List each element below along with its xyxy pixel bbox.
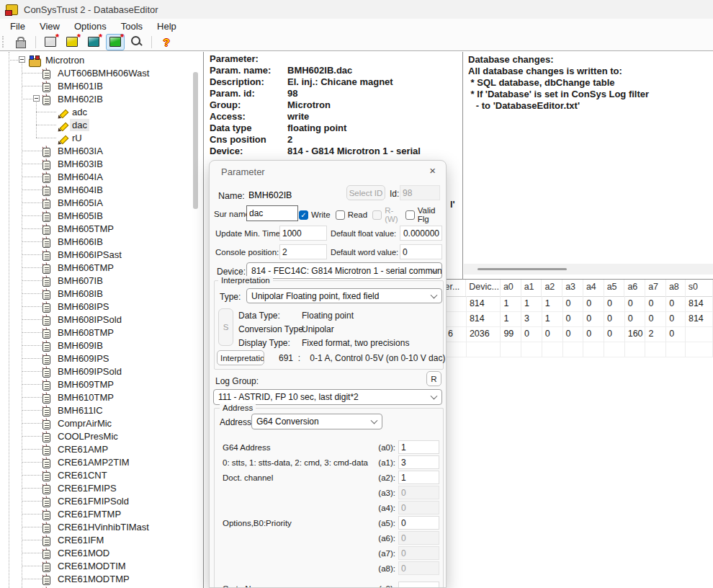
tree-item[interactable]: CRE61CNT	[0, 468, 203, 481]
table-header-cell[interactable]: a5	[604, 280, 625, 296]
address-input-a7[interactable]	[398, 546, 439, 560]
table-row[interactable]	[438, 342, 713, 357]
table-header-cell[interactable]: a6	[624, 280, 645, 296]
menu-help[interactable]: Help	[150, 20, 184, 32]
tree-item[interactable]: BMH611IC	[0, 404, 203, 416]
address-input-a2[interactable]	[398, 471, 439, 484]
tree-item[interactable]: CRE61AMP	[0, 442, 203, 455]
tree-item[interactable]: BMH602IB	[0, 92, 203, 105]
table-row[interactable]: 62036990000016020	[438, 326, 713, 342]
table-cell[interactable]: 0	[542, 326, 563, 342]
interpretation-button[interactable]: Interpretation	[217, 350, 264, 365]
table-cell[interactable]: 814	[686, 311, 713, 326]
tree-item[interactable]: BMH601IB	[0, 79, 203, 92]
close-icon[interactable]: ×	[429, 164, 436, 177]
db-yellow-button[interactable]: *	[63, 34, 81, 50]
select-id-button[interactable]: Select ID	[346, 185, 385, 200]
table-cell[interactable]: 1	[542, 311, 563, 326]
address-input-s0[interactable]	[398, 582, 439, 588]
tree-item[interactable]: BMH610TMP	[0, 391, 203, 404]
default-float-input[interactable]	[400, 226, 442, 241]
surname-input[interactable]	[246, 205, 298, 221]
address-input-a4[interactable]	[398, 501, 439, 514]
console-position-input[interactable]	[279, 244, 327, 259]
db-grey-button[interactable]: *	[41, 34, 60, 50]
table-cell[interactable]: 1	[521, 296, 542, 311]
lock-icon[interactable]	[12, 34, 30, 50]
search-button[interactable]	[127, 34, 146, 50]
table-cell[interactable]: 0	[604, 296, 625, 311]
table-header-cell[interactable]: a2	[542, 280, 562, 296]
checkbox-r-w-[interactable]	[372, 210, 382, 220]
id-field[interactable]	[400, 185, 440, 200]
table-header-cell[interactable]: a7	[645, 280, 666, 296]
tree-expander-minus[interactable]	[19, 56, 25, 63]
table-cell[interactable]: 0	[583, 326, 604, 342]
table-cell[interactable]: 0	[666, 296, 686, 311]
table-header-cell[interactable]: Devic...	[466, 280, 501, 296]
table-cell[interactable]: 0	[563, 326, 584, 342]
table-header-cell[interactable]: a3	[562, 280, 583, 296]
tree-item[interactable]: COOLPresMic	[0, 429, 203, 442]
tree-item[interactable]: BMH606IB	[0, 235, 203, 248]
table-row[interactable]: 814111000000814	[438, 296, 713, 312]
tree-item[interactable]: CRE61HVinhibTIMast	[0, 520, 203, 533]
table-cell[interactable]: 0	[583, 296, 604, 311]
table-cell[interactable]: 0	[521, 326, 542, 342]
checkbox-valid-flg[interactable]	[405, 210, 415, 220]
menu-tools[interactable]: Tools	[114, 20, 150, 32]
tree-expander-minus[interactable]	[33, 95, 40, 102]
tree-item[interactable]: CRE61MOD	[0, 546, 203, 559]
table-cell[interactable]	[686, 326, 713, 342]
table-cell[interactable]: 0	[604, 326, 625, 342]
tree-item[interactable]: BMH605TMP	[0, 222, 203, 235]
help-button[interactable]: ?	[157, 34, 176, 50]
table-cell[interactable]: 0	[604, 311, 625, 326]
tree-item[interactable]: adc	[0, 105, 203, 118]
tree-item[interactable]: BMH608IB	[0, 287, 203, 300]
table-cell[interactable]: 0	[625, 311, 646, 326]
address-type-select[interactable]: G64 Conversion	[251, 414, 382, 429]
tree-item[interactable]: BMH607IB	[0, 274, 203, 287]
table-cell[interactable]	[563, 342, 584, 357]
tree-item[interactable]: CRE61FMIPS	[0, 481, 203, 494]
table-cell[interactable]: 0	[563, 311, 584, 326]
table-cell[interactable]: 2036	[467, 326, 501, 342]
tree-item[interactable]: CRE61FMIPSold	[0, 494, 203, 507]
table-cell[interactable]	[604, 342, 625, 357]
table-cell[interactable]: 0	[645, 296, 666, 311]
tree-item[interactable]: CRE61IFM	[0, 533, 203, 546]
table-cell[interactable]	[686, 342, 713, 357]
table-cell[interactable]: 2	[645, 326, 666, 342]
tree-item[interactable]: BMH608IPSold	[0, 313, 203, 326]
table-cell[interactable]: 0	[563, 296, 584, 311]
table-cell[interactable]	[645, 342, 666, 357]
table-cell[interactable]: 0	[666, 326, 686, 342]
interpretation-type-select[interactable]: Unipolar Floating point, fixed field	[246, 288, 442, 303]
address-input-a0[interactable]	[398, 440, 439, 454]
address-input-a8[interactable]	[398, 561, 439, 575]
table-cell[interactable]: 1	[501, 311, 521, 326]
tree-item[interactable]: BMH606IPSast	[0, 248, 203, 261]
table-header-cell[interactable]: s0	[686, 280, 713, 296]
table-cell[interactable]	[542, 342, 563, 357]
table-cell[interactable]: 0	[625, 296, 646, 311]
tree-item[interactable]: BMH606TMP	[0, 261, 203, 274]
tree-item[interactable]: Microtron	[0, 53, 203, 66]
tree-item[interactable]: CRE61MODTMP	[0, 572, 203, 585]
table-cell[interactable]	[521, 342, 542, 357]
address-input-a1[interactable]	[398, 455, 439, 469]
table-cell[interactable]	[501, 342, 521, 357]
tree-item[interactable]: BMH609IPSold	[0, 365, 203, 378]
db-green-button[interactable]: *	[106, 34, 125, 50]
checkbox-write[interactable]: ✓	[299, 210, 308, 220]
table-cell[interactable]	[666, 342, 686, 357]
table-cell[interactable]: 0	[583, 311, 604, 326]
table-cell[interactable]: 3	[521, 311, 542, 326]
table-cell[interactable]	[467, 342, 501, 357]
menu-view[interactable]: View	[32, 20, 67, 32]
tree-item[interactable]: CRE61MODTIM	[0, 559, 203, 572]
table-cell[interactable]: 814	[467, 311, 501, 326]
toolbar-grip[interactable]	[2, 36, 6, 48]
tree-item[interactable]: CRE61	[0, 585, 203, 588]
